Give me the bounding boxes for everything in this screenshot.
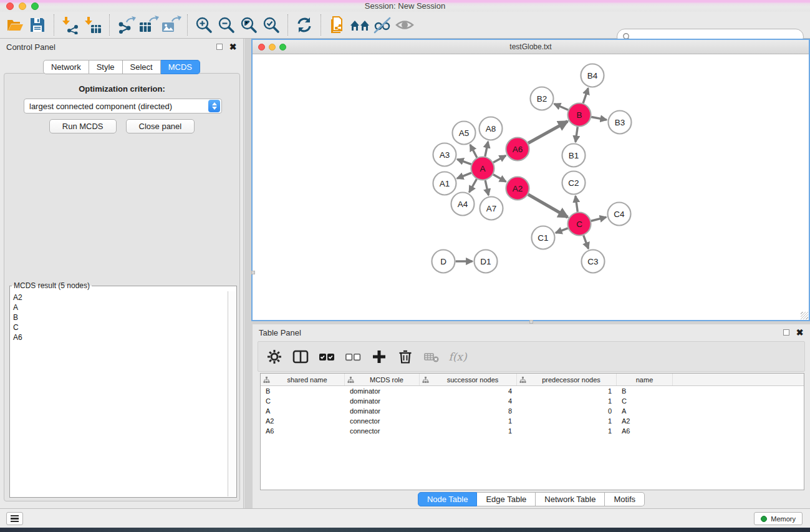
table-row[interactable]: A2connector11A2 (261, 416, 804, 426)
node-A5[interactable]: A5 (453, 122, 476, 145)
open-session-icon[interactable] (4, 14, 26, 36)
tab-select[interactable]: Select (123, 60, 161, 74)
zoom-fit-icon[interactable] (238, 14, 260, 36)
table-cell[interactable]: connector (345, 417, 420, 425)
edge-C-C1[interactable] (556, 228, 568, 233)
node-B[interactable]: B (568, 104, 591, 127)
edge-C-C4[interactable] (591, 217, 606, 221)
splitter-handle[interactable] (251, 271, 255, 274)
edge-A-A3[interactable] (457, 159, 471, 164)
tab-network-table[interactable]: Network Table (536, 492, 605, 506)
close-panel-icon[interactable]: ✖ (796, 329, 804, 337)
table-row[interactable]: Bdominator41B (261, 386, 804, 396)
edge-C-C2[interactable] (576, 196, 577, 211)
node-B2[interactable]: B2 (531, 87, 554, 110)
tab-network[interactable]: Network (43, 60, 89, 74)
tab-style[interactable]: Style (89, 60, 123, 74)
column-header-MCDS-role[interactable]: MCDS role (345, 374, 420, 385)
table-cell[interactable]: 1 (517, 387, 617, 395)
node-A7[interactable]: A7 (480, 197, 503, 220)
edge-B-B2[interactable] (554, 104, 568, 110)
mcds-result-scrollbar[interactable] (228, 291, 236, 496)
table-row[interactable]: Adominator80A (261, 406, 804, 416)
edge-A-A7[interactable] (485, 180, 488, 195)
table-cell[interactable]: 0 (517, 407, 617, 415)
node-D[interactable]: D (432, 250, 455, 273)
edge-A2-C[interactable] (528, 195, 567, 218)
node-A6[interactable]: A6 (506, 138, 529, 161)
node-A1[interactable]: A1 (433, 172, 456, 195)
node-C1[interactable]: C1 (532, 226, 555, 249)
node-C4[interactable]: C4 (608, 203, 631, 226)
column-header-successor-nodes[interactable]: successor nodes (420, 374, 517, 385)
add-column-icon[interactable] (370, 348, 388, 365)
mcds-result-list[interactable]: A2ABCA6 (11, 291, 228, 496)
task-history-button[interactable] (6, 512, 23, 525)
edge-A-A2[interactable] (493, 175, 506, 182)
node-A2[interactable]: A2 (506, 177, 529, 200)
table-cell[interactable]: dominator (345, 407, 420, 415)
table-cell[interactable]: 1 (420, 417, 517, 425)
mcds-result-item[interactable]: A (13, 302, 225, 312)
mcds-result-item[interactable]: A6 (13, 332, 225, 342)
table-settings-icon[interactable] (266, 348, 283, 365)
refresh-layout-icon[interactable] (293, 14, 316, 36)
zoom-selected-icon[interactable] (260, 14, 282, 36)
export-table-icon[interactable] (137, 14, 160, 36)
node-B4[interactable]: B4 (581, 64, 604, 87)
tab-node-table[interactable]: Node Table (418, 492, 478, 506)
show-hidden-icon[interactable] (393, 14, 416, 36)
delete-table-icon[interactable] (423, 348, 440, 365)
edge-B-B3[interactable] (591, 117, 607, 120)
table-cell[interactable]: 8 (420, 407, 517, 415)
tab-edge-table[interactable]: Edge Table (477, 492, 536, 506)
table-cell[interactable]: 4 (420, 387, 517, 395)
memory-button[interactable]: Memory (754, 512, 803, 525)
column-header-name[interactable]: name (617, 374, 673, 385)
export-network-icon[interactable] (115, 14, 137, 36)
zoom-out-icon[interactable] (215, 14, 238, 36)
column-header-predecessor-nodes[interactable]: predecessor nodes (517, 374, 617, 385)
table-cell[interactable]: A2 (617, 417, 673, 425)
select-all-icon[interactable] (318, 348, 335, 365)
window-resize-grip[interactable] (801, 312, 808, 319)
table-cell[interactable]: 1 (420, 427, 517, 435)
criterion-dropdown[interactable]: largest connected component (directed) (24, 99, 222, 114)
node-B3[interactable]: B3 (609, 111, 632, 134)
node-A4[interactable]: A4 (451, 193, 475, 216)
table-cell[interactable]: C (261, 397, 345, 405)
edge-B-B1[interactable] (576, 127, 577, 142)
edge-A-A5[interactable] (470, 145, 477, 158)
edge-A-A8[interactable] (485, 142, 488, 157)
edge-C-C3[interactable] (584, 235, 589, 249)
mcds-result-item[interactable]: A2 (13, 293, 225, 302)
float-panel-icon[interactable] (215, 43, 223, 51)
tab-motifs[interactable]: Motifs (605, 492, 645, 506)
table-cell[interactable]: dominator (345, 387, 420, 395)
table-row[interactable]: Cdominator41C (261, 396, 804, 406)
table-cell[interactable]: A (261, 407, 345, 415)
splitter-handle[interactable] (529, 320, 533, 324)
zoom-in-icon[interactable] (193, 14, 215, 36)
table-cell[interactable]: A2 (261, 417, 345, 425)
node-A[interactable]: A (471, 157, 494, 180)
close-panel-button[interactable]: Close panel (126, 119, 195, 133)
table-cell[interactable]: B (261, 387, 345, 395)
node-C[interactable]: C (568, 213, 591, 236)
close-panel-icon[interactable]: ✖ (229, 43, 237, 51)
edge-B-B4[interactable] (583, 88, 588, 103)
table-cell[interactable]: A6 (261, 427, 345, 435)
edge-A6-B[interactable] (528, 121, 567, 143)
import-network-icon[interactable] (59, 14, 82, 36)
column-header-shared-name[interactable]: shared name (261, 374, 345, 385)
table-cell[interactable]: 4 (420, 397, 517, 405)
table-cell[interactable]: C (617, 397, 673, 405)
run-mcds-button[interactable]: Run MCDS (49, 119, 117, 133)
new-network-from-selection-icon[interactable] (326, 14, 349, 36)
network-window-titlebar[interactable]: testGlobe.txt (253, 40, 809, 54)
node-A3[interactable]: A3 (433, 143, 456, 167)
export-image-icon[interactable] (160, 14, 182, 36)
table-cell[interactable]: 1 (517, 417, 617, 425)
table-cell[interactable]: A6 (617, 427, 673, 435)
table-cell[interactable]: 1 (517, 427, 617, 435)
